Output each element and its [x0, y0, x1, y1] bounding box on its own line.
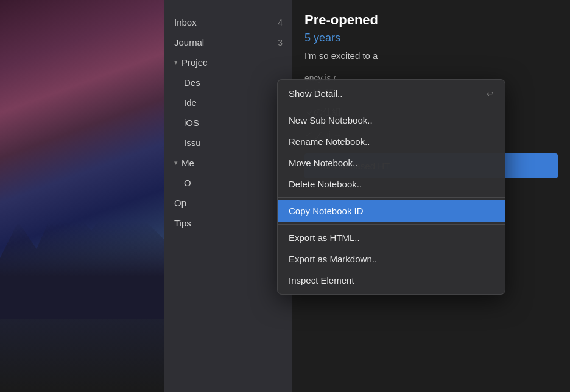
sidebar-item-issu[interactable]: Issu: [164, 133, 292, 153]
sidebar-item-journal[interactable]: Journal 3: [164, 32, 292, 52]
sidebar-item-projects[interactable]: ▾ Projec: [164, 52, 292, 72]
context-menu-separator-2: [278, 197, 505, 198]
context-menu-item-move-notebook[interactable]: Move Notebook..: [278, 152, 505, 173]
sidebar-item-label: Ide: [184, 97, 197, 108]
context-menu-item-inspect-element[interactable]: Inspect Element: [278, 270, 505, 291]
context-menu-item-label: Export as HTML..: [289, 233, 360, 243]
chevron-icon: ▾: [174, 58, 178, 66]
context-menu-item-show-detail[interactable]: Show Detail.. ↩: [278, 83, 505, 104]
context-menu-item-label: Show Detail..: [289, 88, 342, 99]
context-menu-item-rename-notebook[interactable]: Rename Notebook..: [278, 131, 505, 152]
sidebar: Inbox 4 Journal 3 ▾ Projec Des Ide iOS I…: [164, 0, 292, 392]
context-menu-separator-3: [278, 224, 505, 225]
context-menu-item-delete-notebook[interactable]: Delete Notebook..: [278, 173, 505, 195]
context-menu-item-label: New Sub Notebook..: [289, 115, 373, 125]
chevron-icon: ▾: [174, 159, 178, 167]
note-title: Pre-opened: [304, 12, 558, 28]
sidebar-item-label: Tips: [174, 218, 191, 228]
sidebar-item-op[interactable]: Op: [164, 193, 292, 213]
sidebar-item-label: Projec: [181, 57, 208, 68]
sidebar-item-label: Inbox: [174, 17, 197, 27]
context-menu: Show Detail.. ↩ New Sub Notebook.. Renam…: [277, 79, 505, 295]
background-landscape: [0, 0, 164, 392]
sidebar-item-count: 4: [278, 18, 283, 27]
context-menu-item-copy-notebook-id[interactable]: Copy Notebook ID: [278, 200, 505, 222]
sidebar-item-label: Des: [184, 77, 200, 88]
context-menu-separator: [278, 107, 505, 107]
sidebar-item-o[interactable]: O: [164, 173, 292, 193]
note-excerpt: I'm so excited to a: [304, 51, 558, 61]
context-menu-item-label: Rename Notebook..: [289, 136, 370, 147]
sidebar-item-tips[interactable]: Tips: [164, 213, 292, 233]
context-menu-item-label: Move Notebook..: [289, 158, 357, 168]
sidebar-item-count: 3: [278, 38, 283, 47]
sidebar-item-me[interactable]: ▾ Me: [164, 153, 292, 173]
context-menu-item-label: Inspect Element: [289, 275, 354, 285]
sidebar-item-label: Me: [181, 158, 194, 168]
return-icon: ↩: [487, 89, 494, 99]
sidebar-item-des[interactable]: Des: [164, 72, 292, 93]
context-menu-item-export-markdown[interactable]: Export as Markdown..: [278, 248, 505, 270]
sidebar-item-ide[interactable]: Ide: [164, 93, 292, 113]
context-menu-item-label: Delete Notebook..: [289, 179, 362, 189]
context-menu-item-export-html[interactable]: Export as HTML..: [278, 227, 505, 248]
note-years: 5 years: [304, 32, 558, 44]
sidebar-item-label: Op: [174, 198, 186, 208]
sidebar-item-ios[interactable]: iOS: [164, 113, 292, 133]
sidebar-item-inbox[interactable]: Inbox 4: [164, 12, 292, 32]
sidebar-item-label: iOS: [184, 117, 199, 128]
context-menu-item-new-sub-notebook[interactable]: New Sub Notebook..: [278, 110, 505, 131]
context-menu-item-label: Export as Markdown..: [289, 254, 377, 264]
sidebar-item-label: Issu: [184, 138, 201, 148]
sidebar-item-label: O: [184, 178, 191, 188]
context-menu-item-label: Copy Notebook ID: [289, 206, 364, 216]
sidebar-item-label: Journal: [174, 37, 204, 47]
